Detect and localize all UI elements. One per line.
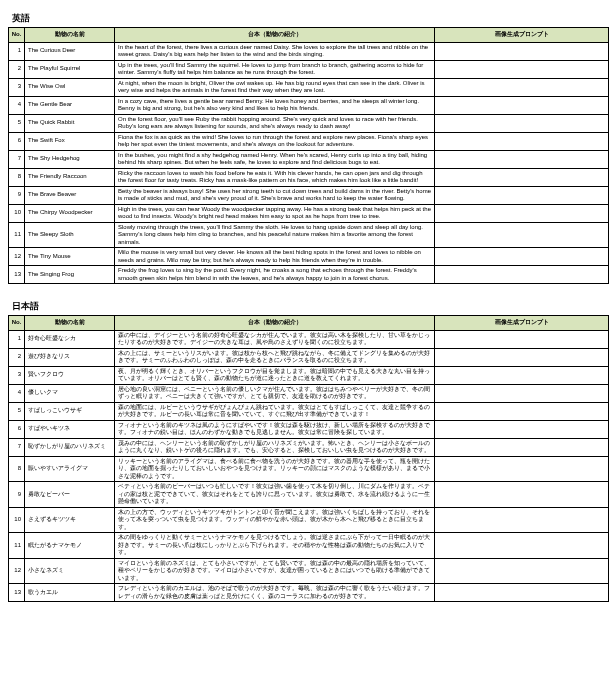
cell-no: 7 xyxy=(9,150,25,168)
cell-no: 10 xyxy=(9,507,25,533)
cell-desc: 夜、月が明るく輝くとき、オリバーというフクロウが目を覚まします。彼は暗闇の中でも… xyxy=(115,366,435,384)
cell-desc: In a cozy cave, there lives a gentle bea… xyxy=(115,96,435,114)
table-row: 1好奇心旺盛なシカ森の中には、デイジーという名前の好奇心旺盛なシカが住んでいます… xyxy=(9,330,609,348)
cell-no: 12 xyxy=(9,558,25,584)
cell-no: 8 xyxy=(9,168,25,186)
cell-name: 賢いフクロウ xyxy=(25,366,115,384)
cell-no: 2 xyxy=(9,60,25,78)
cell-no: 11 xyxy=(9,222,25,248)
cell-prompt xyxy=(435,78,609,96)
table-row: 13歌うカエルフレディという名前のカエルは、池のそばで歌うのが大好きです。毎晩、… xyxy=(9,584,609,602)
cell-no: 9 xyxy=(9,186,25,204)
cell-desc: Slowly moving through the trees, you'll … xyxy=(115,222,435,248)
cell-desc: Ricky the raccoon loves to wash his food… xyxy=(115,168,435,186)
cell-desc: In the heart of the forest, there lives … xyxy=(115,42,435,60)
cell-name: 小さなネズミ xyxy=(25,558,115,584)
table-row: 3The Wise OwlAt night, when the moon is … xyxy=(9,78,609,96)
cell-prompt xyxy=(435,42,609,60)
table-header-row: No. 動物の名前 台本（動物の紹介） 画像生成プロンプト xyxy=(9,316,609,331)
table-row: 4The Gentle BearIn a cozy cave, there li… xyxy=(9,96,609,114)
cell-name: The Chirpy Woodpecker xyxy=(25,204,115,222)
table-row: 4優しいクマ居心地の良い洞窟には、ベニーという名前の優しいクマが住んでいます。彼… xyxy=(9,384,609,402)
cell-name: 賑いやすいアライグマ xyxy=(25,456,115,482)
col-prompt: 画像生成プロンプト xyxy=(435,316,609,331)
table-row: 9The Brave BeaverBetty the beaver is alw… xyxy=(9,186,609,204)
table-row: 11The Sleepy SlothSlowly moving through … xyxy=(9,222,609,248)
cell-no: 13 xyxy=(9,584,25,602)
cell-name: すばやいキツネ xyxy=(25,420,115,438)
cell-no: 4 xyxy=(9,384,25,402)
cell-prompt xyxy=(435,186,609,204)
cell-name: The Quick Rabbit xyxy=(25,114,115,132)
cell-prompt xyxy=(435,558,609,584)
cell-prompt xyxy=(435,168,609,186)
table-row: 8The Friendly RaccoonRicky the raccoon l… xyxy=(9,168,609,186)
cell-no: 1 xyxy=(9,42,25,60)
table-row: 2遊び好きなリス木の上には、サミーというリスがいます。彼は枝から枝へと飛び跳ねな… xyxy=(9,348,609,366)
cell-desc: 森の地面には、ルビーというウサギがぴょんぴょん跳ねています。彼女はとてもすばしっ… xyxy=(115,402,435,420)
cell-name: 恥ずかしがり屋のハリネズミ xyxy=(25,438,115,456)
japanese-table: No. 動物の名前 台本（動物の紹介） 画像生成プロンプト 1好奇心旺盛なシカ森… xyxy=(8,315,609,602)
table-row: 12The Tiny MouseMilo the mouse is very s… xyxy=(9,248,609,266)
cell-desc: マイロという名前のネズミは、とても小さいですが、とても賢いです。彼は森の中の最高… xyxy=(115,558,435,584)
cell-desc: High in the trees, you can hear Woody th… xyxy=(115,204,435,222)
cell-name: 眠たがるナマケモノ xyxy=(25,533,115,559)
cell-name: さえずるキツツキ xyxy=(25,507,115,533)
table-header-row: No. 動物の名前 台本（動物の紹介） 画像生成プロンプト xyxy=(9,28,609,43)
table-row: 5The Quick RabbitOn the forest floor, yo… xyxy=(9,114,609,132)
cell-desc: 居心地の良い洞窟には、ベニーという名前の優しいクマが住んでいます。彼ははちみつや… xyxy=(115,384,435,402)
cell-name: 歌うカエル xyxy=(25,584,115,602)
cell-desc: 森の中には、デイジーという名前の好奇心旺盛なシカが住んでいます。彼女は高い木を探… xyxy=(115,330,435,348)
table-row: 2The Playful SquirrelUp in the trees, yo… xyxy=(9,60,609,78)
cell-prompt xyxy=(435,150,609,168)
cell-desc: フィオナという名前のキツネは風のようにすばやいです！彼女は森を駆け抜け、新しい場… xyxy=(115,420,435,438)
cell-name: The Curious Deer xyxy=(25,42,115,60)
english-table: No. 動物の名前 台本（動物の紹介） 画像生成プロンプト 1The Curio… xyxy=(8,27,609,284)
cell-prompt xyxy=(435,348,609,366)
table-row: 12小さなネズミマイロという名前のネズミは、とても小さいですが、とても賢いです。… xyxy=(9,558,609,584)
cell-prompt xyxy=(435,507,609,533)
cell-prompt xyxy=(435,438,609,456)
cell-prompt xyxy=(435,330,609,348)
cell-desc: Milo the mouse is very small but very cl… xyxy=(115,248,435,266)
cell-no: 6 xyxy=(9,420,25,438)
cell-prompt xyxy=(435,248,609,266)
cell-no: 3 xyxy=(9,366,25,384)
cell-desc: 木の上の方で、ウッディというキツツキがトントンと叩く音が聞こえます。彼は強いくち… xyxy=(115,507,435,533)
cell-name: 優しいクマ xyxy=(25,384,115,402)
cell-prompt xyxy=(435,384,609,402)
table-row: 6The Swift FoxFiona the fox is as quick … xyxy=(9,132,609,150)
cell-no: 11 xyxy=(9,533,25,559)
cell-no: 4 xyxy=(9,96,25,114)
table-row: 6すばやいキツネフィオナという名前のキツネは風のようにすばやいです！彼女は森を駆… xyxy=(9,420,609,438)
table-row: 5すばしっこいウサギ森の地面には、ルビーというウサギがぴょんぴょん跳ねています。… xyxy=(9,402,609,420)
cell-prompt xyxy=(435,114,609,132)
table-row: 11眠たがるナマケモノ木の間をゆっくりと動くサミーというナマケモノを見つけるでし… xyxy=(9,533,609,559)
cell-no: 8 xyxy=(9,456,25,482)
cell-name: The Gentle Bear xyxy=(25,96,115,114)
cell-no: 5 xyxy=(9,114,25,132)
cell-prompt xyxy=(435,204,609,222)
cell-desc: In the bushes, you might find a shy hedg… xyxy=(115,150,435,168)
cell-prompt xyxy=(435,402,609,420)
table-row: 7恥ずかしがり屋のハリネズミ茂みの中には、ヘンリーという名前の恥ずかしがり屋のハ… xyxy=(9,438,609,456)
section-label-english: 英語 xyxy=(12,12,607,25)
cell-desc: On the forest floor, you'll see Ruby the… xyxy=(115,114,435,132)
cell-desc: 茂みの中には、ヘンリーという名前の恥ずかしがり屋のハリネズミがいます。怖いとき、… xyxy=(115,438,435,456)
cell-desc: フレディという名前のカエルは、池のそばで歌うのが大好きです。毎晩、彼は森の中に響… xyxy=(115,584,435,602)
col-no: No. xyxy=(9,316,25,331)
cell-name: The Playful Squirrel xyxy=(25,60,115,78)
cell-no: 6 xyxy=(9,132,25,150)
cell-name: 好奇心旺盛なシカ xyxy=(25,330,115,348)
table-row: 1The Curious DeerIn the heart of the for… xyxy=(9,42,609,60)
cell-prompt xyxy=(435,96,609,114)
cell-desc: 木の上には、サミーというリスがいます。彼は枝から枝へと飛び跳ねながら、冬に備えて… xyxy=(115,348,435,366)
cell-prompt xyxy=(435,266,609,284)
cell-no: 3 xyxy=(9,78,25,96)
cell-prompt xyxy=(435,222,609,248)
cell-name: The Brave Beaver xyxy=(25,186,115,204)
cell-name: The Shy Hedgehog xyxy=(25,150,115,168)
cell-desc: ベティという名前のビーバーはいつも忙しいです！彼女は強い歯を使って木を切り倒し、… xyxy=(115,482,435,508)
cell-prompt xyxy=(435,584,609,602)
cell-prompt xyxy=(435,482,609,508)
